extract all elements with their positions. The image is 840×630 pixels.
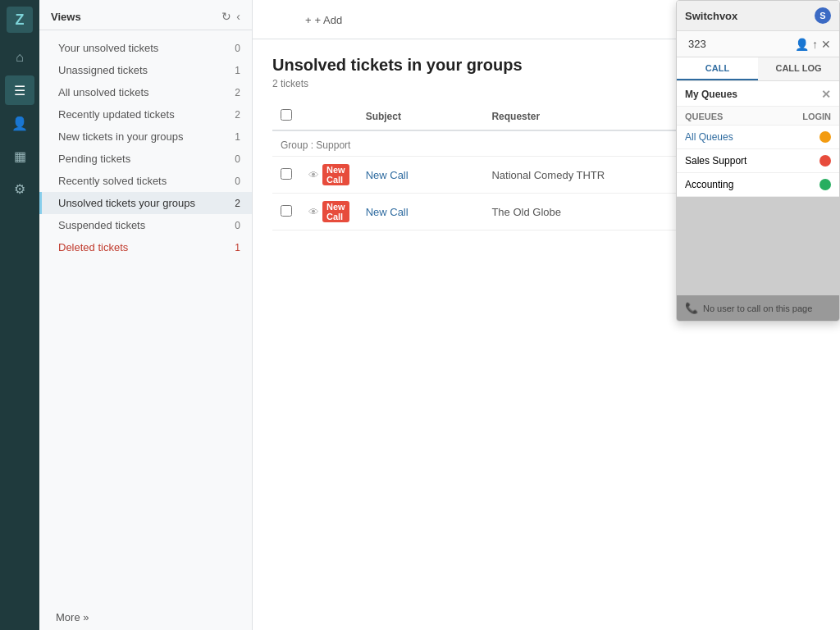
sidebar-item-label: All unsolved tickets [58, 86, 149, 98]
sidebar-item-count: 2 [227, 87, 240, 98]
tickets-icon[interactable]: ☰ [5, 75, 34, 105]
actions-col [300, 103, 358, 130]
queue-status [815, 179, 831, 190]
switchvox-footer: 📞 No user to call on this page [677, 295, 839, 321]
sidebar-item-count: 2 [227, 198, 240, 209]
eye-icon[interactable]: 👁 [308, 206, 319, 218]
ticket-subject[interactable]: New Call [366, 206, 409, 218]
queues-close-button[interactable]: ✕ [821, 88, 831, 101]
add-label: + Add [315, 14, 343, 26]
sidebar-header-actions: ↻ ‹ [221, 10, 240, 23]
switchvox-tabs: CALLCALL LOG [677, 57, 839, 81]
switchvox-popup: Switchvox S 323 👤 ↑ ✕ CALLCALL LOG My Qu… [676, 0, 840, 322]
sidebar-more[interactable]: More » [39, 605, 252, 630]
settings-icon[interactable]: ⚙ [5, 174, 34, 203]
subject-col-header: Subject [358, 103, 484, 130]
row-actions-cell: 👁 New Call [300, 194, 358, 231]
sidebar-item-count: 2 [227, 109, 240, 121]
dialer-phone-icon[interactable]: ↑ [812, 38, 818, 51]
switchvox-dialer: 323 👤 ↑ ✕ [677, 31, 839, 57]
sidebar-item[interactable]: Deleted tickets1 [39, 236, 252, 258]
app-logo: Z [7, 7, 33, 33]
queue-row[interactable]: Sales Support [677, 149, 839, 173]
sidebar-item-label: Recently updated tickets [58, 108, 175, 121]
sidebar-item[interactable]: Suspended tickets0 [39, 214, 252, 236]
footer-text: No user to call on this page [703, 304, 812, 313]
sidebar-item[interactable]: Recently solved tickets0 [39, 170, 252, 192]
my-queues-label: My Queues [685, 89, 737, 100]
row-checkbox-cell [272, 157, 300, 194]
dialer-person-icon[interactable]: 👤 [795, 38, 809, 51]
row-actions-cell: 👁 New Call [300, 157, 358, 194]
sidebar-header: Views ↻ ‹ [39, 0, 252, 30]
row-checkbox-cell [272, 194, 300, 231]
sidebar-item-count: 0 [227, 176, 240, 187]
refresh-icon[interactable]: ↻ [221, 10, 231, 23]
queue-name: All Queues [685, 131, 815, 143]
ticket-subject[interactable]: New Call [366, 169, 409, 181]
phone-icon: 📞 [685, 302, 698, 314]
sidebar-title: Views [51, 11, 81, 23]
switchvox-title: Switchvox [685, 10, 737, 22]
row-subject-cell: New Call [358, 194, 484, 231]
row-checkbox[interactable] [281, 205, 292, 217]
eye-icon[interactable]: 👁 [308, 169, 319, 181]
ticket-badge: New Call [322, 201, 349, 222]
sidebar-item[interactable]: New tickets in your groups1 [39, 126, 252, 148]
checkbox-col [272, 103, 300, 130]
queue-row[interactable]: Accounting [677, 173, 839, 197]
dialer-icons: 👤 ↑ ✕ [795, 38, 831, 51]
reports-icon[interactable]: ▦ [5, 141, 34, 171]
sidebar-item[interactable]: Unsolved tickets your groups2 [39, 192, 252, 214]
ticket-badge: New Call [322, 164, 349, 185]
queues-column-headers: QUEUES LOGIN [677, 107, 839, 126]
sidebar-item[interactable]: Pending tickets0 [39, 148, 252, 170]
sidebar-item-label: Pending tickets [58, 153, 130, 165]
row-checkbox[interactable] [281, 168, 292, 180]
sidebar-item-count: 0 [227, 43, 240, 54]
sidebar-item-label: Unsolved tickets your groups [58, 197, 195, 209]
users-icon[interactable]: 👤 [5, 108, 34, 138]
sidebar-item-label: New tickets in your groups [58, 130, 183, 143]
dialer-close-icon[interactable]: ✕ [821, 38, 831, 51]
sidebar-item-count: 1 [227, 65, 240, 76]
sidebar-item-label: Unassigned tickets [58, 64, 148, 76]
queue-row[interactable]: All Queues [677, 126, 839, 149]
select-all-checkbox[interactable] [281, 109, 292, 121]
queue-status [815, 131, 831, 143]
sidebar-item-label: Suspended tickets [58, 219, 145, 231]
dialer-number: 323 [685, 36, 792, 52]
status-dot [819, 131, 831, 143]
status-dot [819, 179, 831, 190]
queue-name: Accounting [685, 179, 815, 190]
sidebar-item-count: 1 [227, 131, 240, 143]
nav-rail: Z ⌂ ☰ 👤 ▦ ⚙ [0, 0, 39, 630]
plus-icon: + [305, 14, 312, 26]
sidebar-item[interactable]: All unsolved tickets2 [39, 81, 252, 103]
add-button[interactable]: + + Add [305, 0, 342, 39]
sidebar-item-label: Your unsolved tickets [58, 42, 158, 54]
sidebar-item-label: Recently solved tickets [58, 175, 167, 187]
sidebar-item-count: 0 [227, 153, 240, 165]
sidebar-item[interactable]: Unassigned tickets1 [39, 59, 252, 81]
sidebar-item[interactable]: Your unsolved tickets0 [39, 37, 252, 59]
queue-status [815, 155, 831, 167]
sidebar-nav: Your unsolved tickets0Unassigned tickets… [39, 30, 252, 605]
sidebar-item-count: 0 [227, 220, 240, 231]
sidebar: Views ↻ ‹ Your unsolved tickets0Unassign… [39, 0, 253, 630]
queues-list: All Queues Sales Support Accounting [677, 126, 839, 197]
queue-name: Sales Support [685, 155, 815, 167]
home-icon[interactable]: ⌂ [5, 43, 34, 72]
switchvox-gray-area [677, 197, 839, 295]
sidebar-item[interactable]: Recently updated tickets2 [39, 103, 252, 126]
switchvox-queues-panel: My Queues ✕ QUEUES LOGIN All Queues Sale… [677, 81, 839, 197]
collapse-icon[interactable]: ‹ [236, 10, 240, 23]
queues-col-header: QUEUES [685, 112, 795, 121]
switchvox-tab-call[interactable]: CALL [677, 57, 758, 80]
status-dot [819, 155, 831, 167]
main-content: + + Add 🔍 📷 ⊞ U Unsolved tickets in your… [253, 0, 840, 630]
switchvox-tab-call-log[interactable]: CALL LOG [758, 57, 839, 80]
switchvox-badge: S [815, 7, 831, 24]
sidebar-item-label: Deleted tickets [58, 241, 128, 253]
switchvox-header: Switchvox S [677, 1, 839, 31]
